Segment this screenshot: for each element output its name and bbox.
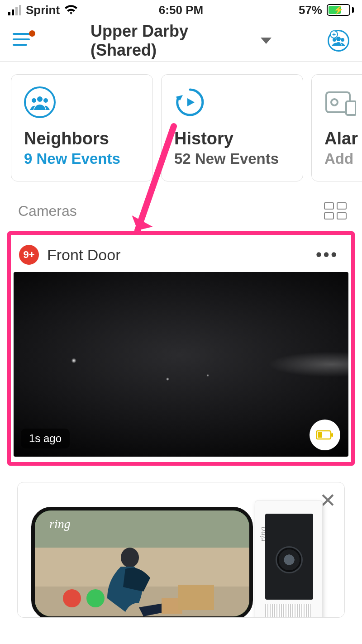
svg-point-7 (331, 99, 338, 105)
menu-button[interactable] (13, 33, 33, 48)
svg-rect-12 (331, 433, 333, 437)
promo-camera-device-image: ring (255, 501, 323, 618)
accept-call-icon (86, 589, 105, 607)
alarm-icon (324, 86, 356, 118)
decline-call-icon (63, 589, 81, 607)
svg-rect-8 (346, 101, 356, 115)
cameras-section-header: Cameras (0, 186, 362, 224)
chevron-down-icon (261, 38, 272, 44)
plus-icon: + (330, 30, 338, 38)
add-shared-user-button[interactable]: + (328, 30, 349, 52)
svg-point-5 (43, 98, 48, 103)
neighbors-subtitle: 9 New Events (24, 150, 140, 167)
svg-point-2 (341, 38, 344, 42)
shortcut-tiles: Neighbors 9 New Events History 52 New Ev… (0, 62, 362, 186)
history-icon (174, 86, 206, 118)
history-title: History (174, 129, 290, 148)
cameras-label: Cameras (18, 203, 77, 219)
camera-battery-indicator (310, 420, 340, 450)
battery-low-icon (316, 429, 334, 440)
svg-point-14 (121, 548, 139, 568)
history-subtitle: 52 New Events (174, 150, 290, 167)
camera-more-button[interactable]: ••• (316, 245, 338, 264)
battery-charging-icon: ⚡ (327, 4, 354, 16)
location-dropdown[interactable]: Upper Darby (Shared) (90, 22, 272, 60)
alarm-tile[interactable]: Alar Add (311, 74, 362, 181)
ring-logo: ring (49, 517, 71, 531)
camera-card-front-door[interactable]: 9+ Front Door ••• 1s ago (14, 237, 348, 457)
alarm-subtitle: Add (324, 150, 362, 167)
battery-percentage: 57% (299, 3, 322, 17)
neighbors-title: Neighbors (24, 129, 140, 148)
wifi-icon (64, 5, 78, 15)
history-tile[interactable]: History 52 New Events (161, 74, 303, 181)
layout-toggle-button[interactable] (324, 202, 347, 219)
camera-name: Front Door (47, 246, 308, 264)
alarm-title: Alar (324, 129, 362, 148)
carrier-label: Sprint (26, 3, 60, 17)
promo-card[interactable]: ✕ ring ring (17, 482, 345, 618)
nav-bar: Upper Darby (Shared) + (0, 20, 362, 62)
svg-point-1 (333, 38, 336, 42)
package-illustration (178, 585, 214, 610)
neighbors-tile[interactable]: Neighbors 9 New Events (11, 74, 153, 181)
svg-point-3 (37, 96, 43, 102)
cellular-signal-icon (8, 5, 21, 15)
snapshot-timestamp: 1s ago (21, 429, 70, 448)
svg-point-4 (32, 98, 36, 103)
clock: 6:50 PM (159, 3, 203, 17)
camera-snapshot[interactable]: 1s ago (14, 272, 348, 457)
annotation-highlight-box: 9+ Front Door ••• 1s ago (7, 231, 355, 466)
status-bar: Sprint 6:50 PM 57% ⚡ (0, 0, 362, 20)
promo-phone-image: ring (31, 507, 253, 618)
neighbors-icon (24, 86, 56, 118)
camera-lens-icon (276, 546, 303, 573)
svg-rect-13 (318, 432, 322, 438)
event-count-badge: 9+ (19, 245, 39, 265)
delivery-person-illustration (98, 544, 189, 616)
location-title: Upper Darby (Shared) (90, 22, 254, 60)
menu-notification-dot (29, 30, 35, 37)
